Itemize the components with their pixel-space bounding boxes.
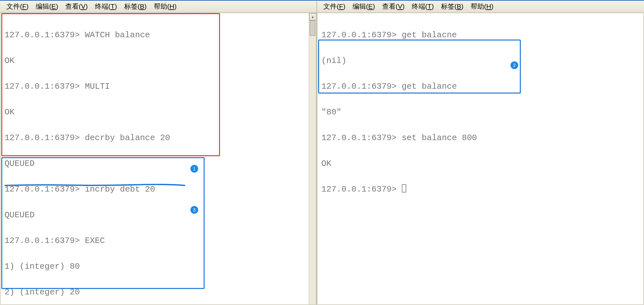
menu-tabs[interactable]: 标签(B): [441, 2, 464, 11]
menu-help[interactable]: 帮助(H): [471, 2, 493, 11]
terminal-left-wrap: 127.0.0.1:6379> WATCH balance OK 127.0.0…: [0, 13, 316, 305]
menu-help[interactable]: 帮助(H): [154, 2, 177, 11]
menubar-right: 文件(F) 编辑(E) 查看(V) 终端(T) 标签(B) 帮助(H): [317, 1, 644, 13]
menu-terminal[interactable]: 终端(T): [95, 2, 117, 11]
menubar-left: 文件(F) 编辑(E) 查看(V) 终端(T) 标签(B) 帮助(H): [0, 1, 317, 13]
terminal-line: OK: [5, 54, 312, 67]
terminal-line: 127.0.0.1:6379> EXEC: [5, 234, 312, 247]
terminal-line: 127.0.0.1:6379> MULTI: [5, 80, 312, 93]
annotation-underline: [5, 184, 191, 187]
cursor-icon: [402, 184, 406, 193]
scroll-up-icon[interactable]: ▴: [309, 13, 316, 20]
menu-edit[interactable]: 编辑(E): [353, 2, 375, 11]
terminal-line: 127.0.0.1:6379> get balance: [321, 80, 639, 93]
terminal-line: 127.0.0.1:6379> WATCH balance: [5, 29, 312, 41]
menu-view[interactable]: 查看(V): [382, 2, 405, 11]
terminal-line: 127.0.0.1:6379> set balance 800: [321, 131, 639, 144]
terminal-line: QUEUED: [5, 209, 312, 221]
left-terminal-pane: 文件(F) 编辑(E) 查看(V) 终端(T) 标签(B) 帮助(H) 127.…: [0, 0, 317, 305]
menu-view[interactable]: 查看(V): [65, 2, 88, 11]
terminal-right[interactable]: 127.0.0.1:6379> get balacne (nil) 127.0.…: [317, 13, 643, 304]
terminal-line: 2) (integer) 20: [5, 286, 312, 299]
scroll-thumb[interactable]: [310, 20, 315, 36]
right-terminal-pane: 文件(F) 编辑(E) 查看(V) 终端(T) 标签(B) 帮助(H) 127.…: [317, 0, 644, 305]
terminal-line: OK: [321, 157, 639, 170]
terminal-line: 127.0.0.1:6379>: [321, 183, 639, 196]
terminal-line: 127.0.0.1:6379> decrby balance 20: [5, 131, 312, 144]
terminal-right-wrap: 127.0.0.1:6379> get balacne (nil) 127.0.…: [317, 13, 644, 305]
terminal-line: 1) (integer) 80: [5, 260, 312, 273]
menu-tabs[interactable]: 标签(B): [124, 2, 147, 11]
terminal-line: "80": [321, 106, 639, 119]
menu-edit[interactable]: 编辑(E): [36, 2, 58, 11]
terminal-line: 127.0.0.1:6379> get balacne: [321, 29, 639, 41]
terminal-line: (nil): [321, 54, 639, 67]
terminal-left[interactable]: 127.0.0.1:6379> WATCH balance OK 127.0.0…: [1, 13, 316, 304]
menu-file[interactable]: 文件(F): [6, 2, 29, 11]
scrollbar-left[interactable]: ▴: [309, 13, 316, 304]
terminal-line: OK: [5, 106, 312, 119]
terminal-line: QUEUED: [5, 157, 312, 170]
menu-terminal[interactable]: 终端(T): [412, 2, 434, 11]
menu-file[interactable]: 文件(F): [323, 2, 345, 11]
